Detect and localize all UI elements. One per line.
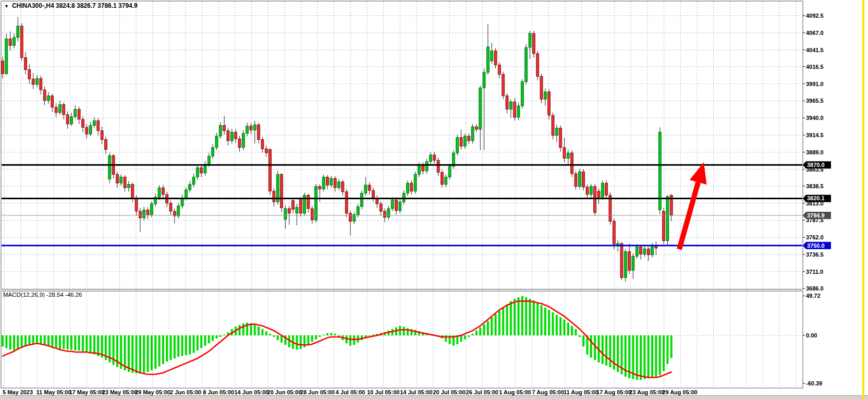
bearish-candle: [441, 172, 443, 184]
bearish-candle: [563, 148, 566, 159]
price-axis-label: 3889.0: [806, 149, 824, 155]
bullish-candle: [590, 186, 592, 194]
bearish-candle: [586, 187, 589, 195]
bearish-candle: [32, 79, 34, 84]
price-axis[interactable]: 4092.54067.04041.54016.53991.03965.53940…: [803, 13, 831, 386]
bullish-candle: [486, 47, 489, 72]
bearish-candle: [238, 139, 241, 148]
time-axis-label: 4 Jul 05:00: [336, 389, 365, 395]
bullish-candle: [189, 185, 191, 190]
bearish-candle: [319, 186, 321, 189]
bullish-candle: [219, 125, 222, 136]
bullish-candle: [230, 132, 233, 141]
price-badge-label: 3794.9: [807, 212, 825, 219]
bullish-candle: [651, 246, 654, 255]
bullish-candle: [338, 182, 340, 188]
bearish-candle: [200, 167, 203, 173]
time-axis-label: 29 Aug 05:00: [662, 389, 697, 395]
bullish-candle: [47, 96, 50, 101]
time-axis[interactable]: 5 May 202311 May 05:0017 May 05:0023 May…: [3, 389, 698, 395]
bullish-candle: [418, 165, 420, 174]
bearish-candle: [494, 51, 497, 65]
bullish-candle: [387, 209, 390, 217]
bullish-candle: [525, 47, 528, 82]
bearish-candle: [647, 249, 650, 255]
price-axis-label: 3686.0: [806, 285, 824, 292]
price-axis-label: 3991.0: [806, 81, 824, 87]
time-axis-label: 10 Jul 05:00: [367, 389, 399, 395]
macd-panel: [1, 291, 803, 388]
bearish-candle: [468, 136, 470, 141]
bearish-candle: [40, 78, 42, 90]
time-axis-label: 8 Jun 05:00: [203, 389, 234, 395]
time-axis-label: 26 Jul 05:00: [466, 389, 498, 395]
bullish-candle: [578, 172, 581, 186]
bearish-candle: [24, 57, 27, 69]
bearish-candle: [384, 211, 386, 217]
ohlc-values-label: 3824.8 3826.7 3786.1 3794.9: [56, 2, 138, 9]
bearish-candle: [506, 96, 508, 110]
bearish-candle: [2, 61, 4, 74]
bearish-candle: [571, 153, 573, 174]
bullish-candle: [13, 38, 15, 45]
bullish-candle: [315, 186, 317, 220]
bullish-candle: [212, 148, 214, 156]
bullish-candle: [632, 256, 634, 270]
bearish-candle: [341, 182, 344, 191]
bearish-candle: [395, 200, 397, 211]
bullish-candle: [509, 102, 512, 109]
bullish-candle: [357, 207, 359, 214]
bullish-candle: [89, 125, 92, 134]
bullish-candle: [555, 128, 558, 136]
bullish-candle: [399, 202, 401, 211]
bearish-candle: [372, 190, 375, 198]
price-badge-label: 3750.0: [807, 243, 825, 249]
bearish-candle: [258, 125, 260, 139]
bullish-candle: [17, 26, 19, 38]
price-axis-label: 3736.5: [806, 251, 824, 258]
bullish-candle: [108, 155, 111, 179]
bearish-candle: [101, 131, 103, 140]
bearish-candle: [410, 183, 413, 191]
bullish-candle: [666, 197, 669, 241]
bullish-candle: [361, 193, 363, 207]
bearish-candle: [345, 192, 348, 213]
price-badge-label: 3870.0: [807, 162, 825, 168]
chart-title[interactable]: ▼CHINA300-,H4 3824.8 3826.7 3786.1 3794.…: [4, 2, 138, 9]
bearish-candle: [116, 174, 118, 183]
bullish-candle: [479, 88, 482, 129]
bearish-candle: [139, 211, 141, 218]
bearish-candle: [502, 75, 505, 96]
bullish-candle: [448, 166, 451, 177]
bearish-candle: [663, 211, 665, 241]
bullish-candle: [143, 210, 145, 217]
window-edge-highlight: [862, 0, 864, 399]
bearish-candle: [514, 102, 516, 117]
bullish-candle: [322, 177, 325, 189]
bearish-candle: [299, 199, 302, 213]
bullish-candle: [5, 39, 8, 74]
bearish-candle: [628, 251, 631, 270]
chevron-down-icon[interactable]: ▼: [4, 4, 9, 9]
price-badge: 3750.0: [803, 242, 831, 249]
window-bottom-frame: [0, 395, 868, 399]
bearish-candle: [66, 115, 69, 124]
bullish-candle: [414, 174, 417, 191]
chart-canvas[interactable]: 4092.54067.04041.54016.53991.03965.53940…: [0, 0, 868, 399]
bullish-candle: [74, 109, 77, 116]
macd-axis-label: 0.00: [806, 332, 817, 338]
price-axis-label: 4067.0: [806, 30, 824, 36]
bullish-candle: [429, 155, 432, 162]
time-axis-label: 20 Jun 05:00: [267, 389, 302, 395]
bearish-candle: [81, 119, 84, 127]
bullish-candle: [120, 177, 123, 183]
bearish-candle: [280, 174, 283, 208]
bearish-candle: [433, 155, 436, 160]
bearish-candle: [97, 120, 100, 130]
bullish-candle: [58, 104, 61, 112]
bullish-candle: [425, 162, 428, 171]
bullish-candle: [70, 117, 72, 124]
macd-indicator-label[interactable]: MACD(12,26,9) -28.54 -46.26: [3, 292, 82, 298]
bearish-candle: [311, 209, 313, 220]
bearish-candle: [288, 209, 290, 213]
